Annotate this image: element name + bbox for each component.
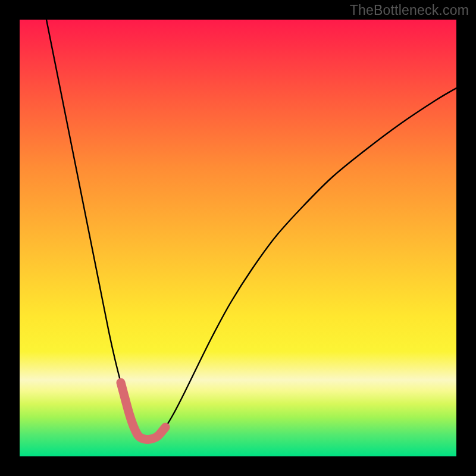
- watermark-text: TheBottleneck.com: [350, 2, 469, 18]
- plot-area: [20, 20, 456, 456]
- main-curve: [46, 20, 456, 440]
- trough-highlight: [121, 383, 165, 440]
- curve-svg: [20, 20, 456, 456]
- chart-frame: TheBottleneck.com: [0, 0, 476, 476]
